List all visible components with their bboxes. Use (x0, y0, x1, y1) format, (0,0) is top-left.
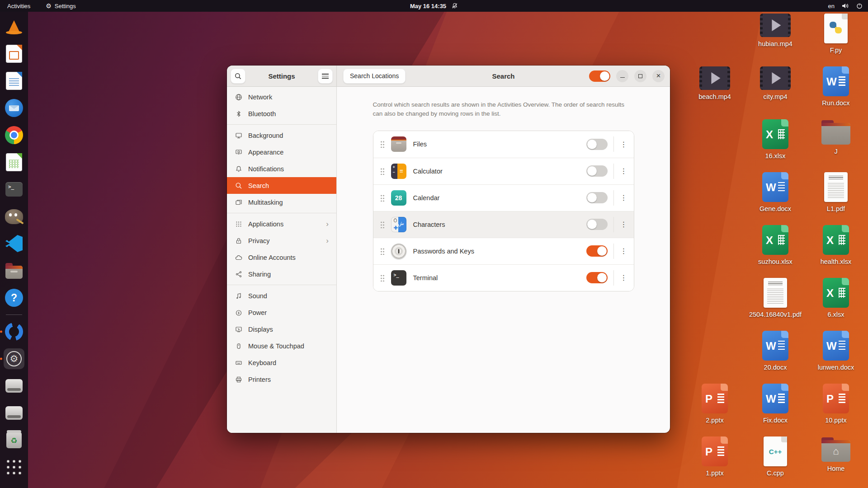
search-locations-button[interactable]: Search Locations (343, 69, 406, 84)
search-row-terminal[interactable]: Terminal (373, 264, 634, 291)
dock-item-files[interactable] (4, 260, 24, 281)
minimize-button[interactable] (616, 70, 628, 82)
search-button[interactable] (231, 69, 245, 84)
primary-menu-button[interactable] (318, 69, 333, 84)
search-master-toggle[interactable] (589, 70, 610, 82)
drag-handle-icon[interactable] (380, 194, 385, 202)
drag-handle-icon[interactable] (380, 221, 385, 228)
app-menu-button[interactable]: ⚙ Settings (46, 3, 76, 9)
desktop-icon[interactable]: lunwen.docx (807, 331, 865, 384)
keyring-app-icon (391, 244, 406, 259)
desktop-icon[interactable]: Fix.docx (746, 384, 805, 436)
dock-item-trash[interactable] (4, 430, 24, 450)
desktop-icon[interactable]: 1.pptx (685, 436, 744, 488)
sidebar-item-online-accounts[interactable]: Online Accounts (227, 249, 336, 266)
desktop-icon[interactable]: 6.xlsx (807, 278, 865, 331)
calculator-toggle[interactable] (586, 165, 608, 177)
dock-item-libreoffice-writer[interactable] (4, 70, 24, 91)
desktop-icon[interactable]: 2504.16840v1.pdf (746, 278, 805, 331)
dock-item-vscode[interactable] (4, 233, 24, 254)
cloud-icon (235, 254, 242, 261)
desktop-icon[interactable]: 20.docx (746, 331, 805, 384)
dock-item-blue-ring-app[interactable] (4, 321, 24, 342)
dock-item-vlc[interactable] (4, 16, 24, 37)
row-menu-button[interactable] (620, 247, 628, 255)
dock-item-settings[interactable] (4, 348, 24, 369)
row-menu-button[interactable] (620, 193, 628, 202)
sidebar-item-keyboard[interactable]: Keyboard (227, 354, 336, 371)
running-indicator (0, 331, 2, 333)
row-label: Calculator (413, 168, 443, 175)
sidebar-item-appearance[interactable]: Appearance (227, 144, 336, 160)
dock-item-drive-1[interactable] (4, 375, 24, 396)
desktop-icon[interactable]: health.xlsx (807, 225, 865, 278)
sidebar-item-sound[interactable]: Sound (227, 287, 336, 304)
characters-toggle[interactable] (586, 219, 608, 230)
row-menu-button[interactable] (620, 220, 628, 229)
dock-item-chrome[interactable] (4, 125, 24, 145)
terminal-toggle[interactable] (586, 272, 608, 283)
desktop-icon[interactable]: Run.docx (807, 66, 865, 119)
calendar-toggle[interactable] (586, 192, 608, 203)
dock-item-drive-2[interactable] (4, 403, 24, 423)
search-row-calendar[interactable]: Calendar (373, 184, 634, 211)
drag-handle-icon[interactable] (380, 141, 385, 148)
dock-item-gimp[interactable] (4, 206, 24, 227)
dock-item-libreoffice-impress[interactable] (4, 43, 24, 64)
sidebar-item-multitasking[interactable]: Multitasking (227, 194, 336, 211)
drag-handle-icon[interactable] (380, 248, 385, 255)
sidebar-item-power[interactable]: Power (227, 304, 336, 321)
word-file-icon (762, 331, 788, 361)
sidebar-item-displays[interactable]: Displays (227, 321, 336, 338)
system-status-area[interactable]: en (828, 3, 863, 9)
input-source-indicator[interactable]: en (828, 3, 835, 9)
sidebar-item-sharing[interactable]: Sharing (227, 266, 336, 282)
window-header[interactable]: Settings Search Locations Search (227, 66, 670, 87)
dock-item-help[interactable] (4, 287, 24, 308)
keyboard-icon (235, 359, 242, 366)
search-row-characters[interactable]: ✚ Characters (373, 211, 634, 238)
sidebar-item-network[interactable]: Network (227, 89, 336, 105)
row-menu-button[interactable] (620, 140, 628, 149)
desktop-icon[interactable]: city.mp4 (746, 66, 805, 119)
files-toggle[interactable] (586, 139, 608, 150)
row-menu-button[interactable] (620, 273, 628, 282)
row-divider (613, 136, 614, 152)
desktop-icon[interactable]: L1.pdf (807, 172, 865, 225)
close-button[interactable] (652, 70, 665, 82)
dock-item-libreoffice-calc[interactable] (4, 152, 24, 173)
desktop-icon[interactable]: beach.mp4 (685, 66, 744, 119)
sidebar-item-label: Privacy (248, 237, 270, 244)
sidebar-item-notifications[interactable]: Notifications (227, 160, 336, 177)
sidebar-item-privacy[interactable]: Privacy › (227, 232, 336, 249)
sidebar-item-background[interactable]: Background (227, 127, 336, 144)
desktop-icon[interactable]: J (807, 119, 865, 172)
activities-button[interactable]: Activities (7, 3, 30, 9)
dock-item-terminal[interactable] (4, 179, 24, 200)
search-row-files[interactable]: Files (373, 131, 634, 158)
desktop-icon[interactable]: Gene.docx (746, 172, 805, 225)
clock-button[interactable]: May 16 14:35 (410, 3, 458, 9)
desktop-icon[interactable]: C.cpp (746, 436, 805, 488)
sidebar-item-printers[interactable]: Printers (227, 371, 336, 388)
desktop-icon[interactable]: ⌂Home (807, 436, 865, 488)
search-row-calculator[interactable]: Calculator (373, 158, 634, 184)
sidebar-item-applications[interactable]: Applications › (227, 216, 336, 232)
sidebar-item-search[interactable]: Search (227, 177, 336, 194)
desktop-icon[interactable]: F.py (807, 14, 865, 66)
search-row-passwords-and-keys[interactable]: Passwords and Keys (373, 238, 634, 264)
drag-handle-icon[interactable] (380, 274, 385, 282)
desktop-icon[interactable]: 2.pptx (685, 384, 744, 436)
sidebar-item-mouse-touchpad[interactable]: Mouse & Touchpad (227, 338, 336, 354)
desktop-icon[interactable]: 16.xlsx (746, 119, 805, 172)
drag-handle-icon[interactable] (380, 168, 385, 175)
maximize-button[interactable] (634, 70, 646, 82)
desktop-icon[interactable]: suzhou.xlsx (746, 225, 805, 278)
desktop-icon[interactable]: hubian.mp4 (746, 14, 805, 66)
show-apps-button[interactable] (4, 457, 24, 478)
row-menu-button[interactable] (620, 167, 628, 175)
passwords-and-keys-toggle[interactable] (586, 245, 608, 257)
sidebar-item-bluetooth[interactable]: Bluetooth (227, 105, 336, 122)
dock-item-thunderbird[interactable] (4, 98, 24, 118)
desktop-icon[interactable]: 10.pptx (807, 384, 865, 436)
